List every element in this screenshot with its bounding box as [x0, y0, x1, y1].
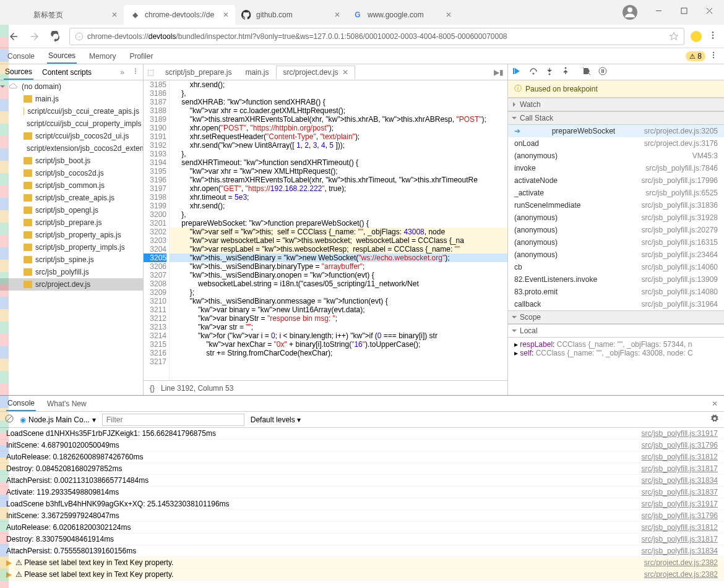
editor-tab[interactable]: src/project.dev.js ✕ — [276, 66, 355, 79]
local-scope[interactable]: Local — [508, 324, 724, 338]
console-message[interactable]: Destroy: 8.330759048461914mssrc/jsb_poly… — [0, 534, 724, 545]
log-source-link[interactable]: src/jsb_polyfill.js:31917 — [642, 500, 718, 508]
forward-button[interactable] — [27, 29, 42, 44]
file-tree-item[interactable]: script/jsb_create_apis.js — [0, 192, 143, 204]
tab-close-icon[interactable]: ✕ — [446, 11, 452, 19]
file-tree-item[interactable]: script/jsb_prepare.js — [0, 216, 143, 229]
callstack-section[interactable]: Call Stack — [508, 111, 724, 125]
stack-frame[interactable]: invokesrc/jsb_polyfill.js:7846 — [508, 162, 724, 174]
browser-tab[interactable]: github.com✕ — [235, 5, 347, 25]
stack-frame[interactable]: (anonymous)VM45:3 — [508, 150, 724, 162]
scope-variable[interactable]: ▸ self: CCClass {_name: "", _objFlags: 4… — [514, 349, 718, 357]
stack-frame[interactable]: (anonymous)src/jsb_polyfill.js:31928 — [508, 211, 724, 224]
tab-close-icon[interactable]: ✕ — [111, 11, 118, 19]
tab-close-icon[interactable]: ✕ — [334, 11, 340, 19]
file-tree-item[interactable]: script/jsb_boot.js — [0, 155, 143, 167]
star-icon[interactable] — [669, 32, 679, 41]
file-tree-item[interactable]: script/jsb_common.js — [0, 179, 143, 192]
stack-frame[interactable]: (anonymous)src/jsb_polyfill.js:20279 — [508, 224, 724, 236]
tab-close-icon[interactable]: ✕ — [223, 11, 229, 19]
browser-tab[interactable]: ◆chrome-devtools://de✕ — [124, 5, 235, 25]
stack-frame[interactable]: (anonymous)src/jsb_polyfill.js:16315 — [508, 236, 724, 249]
log-source-link[interactable]: src/jsb_polyfill.js:31834 — [642, 547, 718, 555]
stack-frame[interactable]: _activatesrc/jsb_polyfill.js:6525 — [508, 187, 724, 199]
stack-frame[interactable]: (anonymous)src/jsb_polyfill.js:23464 — [508, 249, 724, 261]
extension-icon[interactable] — [691, 31, 702, 42]
code-editor[interactable]: 3185318631873188318931903191319231933194… — [144, 80, 507, 380]
devtools-tab[interactable]: Sources — [47, 49, 77, 64]
file-tree-item[interactable]: script/ccui/jsb_ccui_create_apis.js — [0, 105, 143, 117]
file-tree-item[interactable]: script/jsb_spine.js — [0, 254, 143, 266]
navigator-menu-button[interactable] — [132, 67, 139, 77]
console-message[interactable]: Activate: 119.29335498809814mssrc/jsb_po… — [0, 487, 724, 498]
stack-frame[interactable]: onLoadsrc/project.dev.js:3176 — [508, 137, 724, 150]
log-source-link[interactable]: src/jsb_polyfill.js:31796 — [642, 511, 718, 520]
stack-frame[interactable]: callbacksrc/jsb_polyfill.js:31964 — [508, 298, 724, 310]
tab-close-icon[interactable]: ✕ — [342, 68, 348, 77]
warnings-badge[interactable]: ⚠ 8 — [686, 51, 705, 61]
profile-avatar-icon[interactable] — [623, 5, 637, 20]
file-tree[interactable]: (no domain) main.jsscript/ccui/jsb_ccui_… — [0, 80, 143, 395]
file-tree-item[interactable]: script/extension/jsb_cocos2d_extension — [0, 142, 143, 155]
console-message[interactable]: Destroy: 0.08452081680297852mssrc/jsb_po… — [0, 463, 724, 475]
log-source-link[interactable]: src/jsb_polyfill.js:31817 — [642, 535, 718, 543]
deactivate-breakpoints-button[interactable] — [582, 67, 591, 77]
url-omnibox[interactable]: chrome-devtools://devtools/bundled/inspe… — [69, 28, 684, 45]
stack-frame[interactable]: 82.EventListeners.invokesrc/jsb_polyfill… — [508, 273, 724, 286]
domain-node[interactable]: (no domain) — [0, 80, 143, 93]
log-source-link[interactable]: src/jsb_polyfill.js:31796 — [642, 441, 718, 450]
browser-tab[interactable]: 新标签页✕ — [12, 5, 124, 25]
log-source-link[interactable]: src/jsb_polyfill.js:31817 — [642, 464, 718, 473]
stack-frame[interactable]: 83.proto.emitsrc/jsb_polyfill.js:14080 — [508, 286, 724, 298]
devtools-menu-button[interactable] — [709, 51, 718, 61]
braces-icon[interactable]: {} — [150, 384, 155, 393]
scope-section[interactable]: Scope — [508, 310, 724, 324]
editor-tab[interactable]: script/jsb_prepare.js — [159, 66, 238, 79]
log-levels-selector[interactable]: Default levels ▾ — [251, 415, 301, 424]
console-message[interactable]: InitScene: 4.687901020050049mssrc/jsb_po… — [0, 440, 724, 451]
drawer-tab[interactable]: Console — [6, 396, 36, 411]
line-gutter[interactable]: 3185318631873188318931903191319231933194… — [144, 80, 170, 380]
log-source-link[interactable]: src/jsb_polyfill.js:31812 — [642, 523, 718, 532]
devtools-tab[interactable]: Console — [6, 49, 36, 63]
scope-variable[interactable]: ▸ respLabel: CCClass {_name: "", _objFla… — [514, 340, 718, 349]
maximize-button[interactable] — [681, 7, 687, 16]
file-tree-item[interactable]: main.js — [0, 93, 143, 105]
step-out-button[interactable] — [561, 67, 570, 77]
drawer-close-button[interactable]: ✕ — [712, 399, 718, 408]
devtools-tab[interactable]: Profiler — [128, 49, 154, 63]
stack-frame[interactable]: runSceneImmediatesrc/jsb_polyfill.js:318… — [508, 199, 724, 211]
stack-frame[interactable]: activateNodesrc/jsb_polyfill.js:17996 — [508, 174, 724, 187]
console-filter-input[interactable] — [102, 414, 244, 426]
pause-on-exceptions-button[interactable] — [598, 67, 607, 77]
history-nav-icon[interactable]: ⬚ — [147, 68, 154, 77]
console-message[interactable]: AutoRelease: 6.020618200302124mssrc/jsb_… — [0, 522, 724, 534]
context-selector[interactable]: ◉Node.js Main Co... ▾ — [20, 415, 96, 424]
browser-tab[interactable]: Gwww.google.com✕ — [347, 5, 458, 25]
console-message[interactable]: ⚠ Please set label text key in Text Key … — [0, 569, 724, 581]
code-area[interactable]: xhr.send(); }, sendXHRAB: "kw">function … — [170, 80, 507, 380]
chrome-menu-button[interactable] — [708, 30, 718, 42]
file-tree-item[interactable]: script/ccui/jsb_cocos2d_ui.js — [0, 130, 143, 142]
log-source-link[interactable]: src/jsb_polyfill.js:31834 — [642, 476, 718, 485]
step-over-button[interactable] — [529, 67, 538, 77]
console-message[interactable]: InitScene: 3.367259979248047mssrc/jsb_po… — [0, 510, 724, 522]
minimize-button[interactable] — [655, 7, 662, 16]
resume-button[interactable] — [513, 67, 522, 77]
file-tree-item[interactable]: script/jsb_cocos2d.js — [0, 167, 143, 179]
file-tree-item[interactable]: script/jsb_property_apis.js — [0, 229, 143, 241]
file-tree-item[interactable]: script/jsb_opengl.js — [0, 204, 143, 216]
console-message[interactable]: LoadScene b3hfLvB4hHNK99agGKx+XQ: 25.145… — [0, 498, 724, 510]
step-into-button[interactable] — [545, 67, 554, 77]
console-message[interactable]: AttachPersist: 0.0021131038665771484mssr… — [0, 475, 724, 487]
devtools-tab[interactable]: Memory — [88, 49, 117, 63]
log-source-link[interactable]: src/jsb_polyfill.js:31812 — [642, 453, 718, 461]
file-tree-item[interactable]: script/jsb_property_impls.js — [0, 241, 143, 254]
console-message[interactable]: LoadScene d1NHXHs35F1rbFJZKeigk1: 156.66… — [0, 428, 724, 440]
log-source-link[interactable]: src/jsb_polyfill.js:31837 — [642, 488, 718, 496]
stack-frame[interactable]: ➔prepareWebSocketsrc/project.dev.js:3205 — [508, 125, 724, 137]
log-source-link[interactable]: src/project.dev.js:2382 — [644, 570, 718, 579]
console-message[interactable]: AttachPersist: 0.7555580139160156mssrc/j… — [0, 545, 724, 557]
navigator-tab[interactable]: Content scripts — [41, 66, 93, 79]
file-tree-item[interactable]: src/jsb_polyfill.js — [0, 266, 143, 278]
